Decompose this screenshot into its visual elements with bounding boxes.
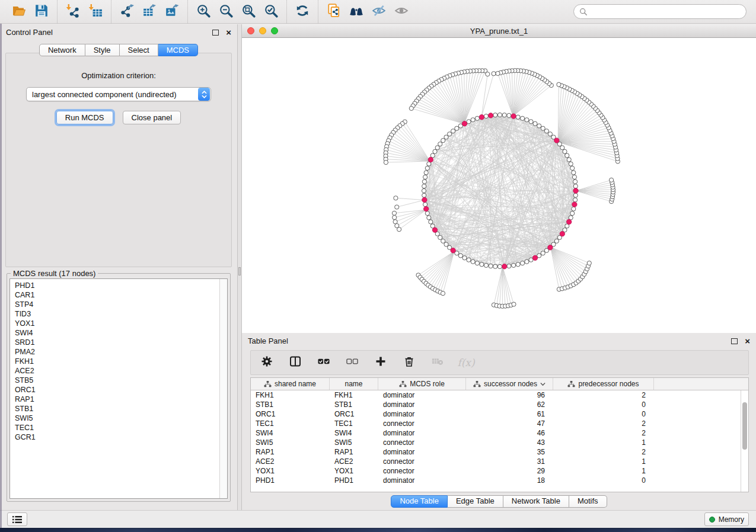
main-toolbar xyxy=(0,0,756,24)
cell-MCDS-role: connector xyxy=(378,457,466,466)
control-panel: Control Panel × NetworkStyleSelectMCDS O… xyxy=(0,24,237,510)
mcds-result-item[interactable]: RAP1 xyxy=(15,395,219,404)
network-view-canvas[interactable] xyxy=(242,38,756,333)
table-row[interactable]: SWI4SWI4dominator462 xyxy=(251,428,741,438)
network-window-titlebar[interactable]: YPA_prune.txt_1 xyxy=(242,24,756,38)
mcds-result-item[interactable]: YOX1 xyxy=(15,319,219,328)
column-header-predecessor-nodes[interactable]: predecessor nodes xyxy=(553,378,654,390)
hide-selected-button[interactable] xyxy=(368,2,390,21)
mcds-result-item[interactable]: SRD1 xyxy=(15,338,219,347)
cell-name: ACE2 xyxy=(330,457,378,466)
table-tab-network-table[interactable]: Network Table xyxy=(503,495,569,508)
mcds-result-item[interactable]: STP4 xyxy=(15,300,219,309)
cell-name: SWI5 xyxy=(330,438,378,447)
copy-share-button[interactable] xyxy=(323,2,345,21)
sort-descending-icon xyxy=(540,382,546,386)
deselect-all-button[interactable] xyxy=(346,356,359,369)
mcds-result-item[interactable]: SWI4 xyxy=(15,328,219,338)
table-tab-edge-table[interactable]: Edge Table xyxy=(448,495,503,508)
table-tab-node-table[interactable]: Node Table xyxy=(391,495,448,508)
mcds-result-item[interactable]: GCR1 xyxy=(15,432,219,442)
zoom-fit-button[interactable] xyxy=(237,2,260,21)
mcds-result-item[interactable]: STB1 xyxy=(15,404,219,414)
save-icon xyxy=(34,4,49,20)
cell-name: TEC1 xyxy=(330,419,378,428)
show-all-button[interactable] xyxy=(390,2,413,21)
column-header-shared-name[interactable]: shared name xyxy=(251,378,330,390)
close-panel-button[interactable]: Close panel xyxy=(123,111,181,124)
tab-style[interactable]: Style xyxy=(85,44,120,56)
column-header-name[interactable]: name xyxy=(330,378,378,390)
save-button[interactable] xyxy=(30,2,53,21)
table-row[interactable]: YOX1YOX1connector291 xyxy=(251,466,741,476)
window-left-edge xyxy=(0,24,2,528)
float-panel-icon[interactable] xyxy=(212,30,219,36)
mcds-result-group: MCDS result (17 nodes) PHD1CAR1STP4TID3Y… xyxy=(7,273,231,502)
table-row[interactable]: SWI5SWI5connector431 xyxy=(251,438,741,447)
gear-button[interactable] xyxy=(260,356,273,369)
mcds-result-item[interactable]: TID3 xyxy=(15,309,219,319)
search-box[interactable] xyxy=(573,4,747,19)
add-column-button[interactable] xyxy=(374,356,387,369)
table-row[interactable]: ACE2ACE2connector311 xyxy=(251,457,741,466)
import-network-button[interactable] xyxy=(62,2,84,21)
result-list-scrollbar[interactable] xyxy=(219,279,227,498)
run-mcds-button[interactable]: Run MCDS xyxy=(56,111,113,124)
mcds-result-item[interactable]: PHD1 xyxy=(15,281,219,290)
table-row[interactable]: PHD1PHD1dominator180 xyxy=(251,476,741,485)
mcds-result-item[interactable]: SWI5 xyxy=(15,414,219,423)
open-file-button[interactable] xyxy=(8,2,30,21)
search-input[interactable] xyxy=(591,7,741,16)
export-image-button[interactable] xyxy=(161,2,183,21)
column-header-successor-nodes[interactable]: successor nodes xyxy=(466,378,553,390)
zoom-out-button[interactable] xyxy=(215,2,237,21)
vertical-splitter[interactable] xyxy=(237,24,242,510)
mcds-tab-content: Optimization criterion: largest connecte… xyxy=(5,53,232,267)
cell-shared-name: ACE2 xyxy=(251,457,330,466)
table-row[interactable]: ORC1ORC1dominator610 xyxy=(251,409,741,419)
cell-predecessor-nodes: 1 xyxy=(553,457,654,466)
zoom-in-button[interactable] xyxy=(192,2,215,21)
control-panel-title: Control Panel xyxy=(6,28,53,37)
table-row[interactable]: TEC1TEC1connector472 xyxy=(251,419,741,428)
table-tab-motifs[interactable]: Motifs xyxy=(569,495,607,508)
delete-button[interactable] xyxy=(403,356,416,369)
cell-successor-nodes: 31 xyxy=(466,457,553,466)
zoom-selected-button[interactable] xyxy=(260,2,282,21)
mcds-result-item[interactable]: CAR1 xyxy=(15,290,219,300)
status-bar: Memory xyxy=(0,510,756,528)
close-table-panel-icon[interactable]: × xyxy=(745,336,750,345)
mcds-result-item[interactable]: STB5 xyxy=(15,376,219,385)
import-table-button[interactable] xyxy=(84,2,107,21)
mcds-result-item[interactable]: PMA2 xyxy=(15,347,219,357)
table-row[interactable]: STB1STB1dominator620 xyxy=(251,400,741,409)
mcds-result-item[interactable]: FKH1 xyxy=(15,357,219,366)
hide-selected-icon xyxy=(372,4,386,20)
optimization-criterion-select[interactable]: largest connected component (undirected) xyxy=(26,87,211,101)
table-row[interactable]: RAP1RAP1dominator352 xyxy=(251,447,741,457)
cell-shared-name: FKH1 xyxy=(251,391,330,399)
memory-button[interactable]: Memory xyxy=(704,512,749,526)
mcds-result-item[interactable]: ACE2 xyxy=(15,366,219,376)
binoculars-button[interactable] xyxy=(345,2,368,21)
select-all-button[interactable] xyxy=(317,356,330,369)
export-table-button[interactable] xyxy=(138,2,161,21)
export-network-button[interactable] xyxy=(116,2,138,21)
mcds-result-item[interactable]: TEC1 xyxy=(15,423,219,432)
tab-mcds[interactable]: MCDS xyxy=(158,44,198,56)
float-table-panel-icon[interactable] xyxy=(731,338,738,344)
cell-name: RAP1 xyxy=(330,448,378,456)
table-row[interactable]: FKH1FKH1dominator962 xyxy=(251,390,741,400)
mcds-result-item[interactable]: ORC1 xyxy=(15,385,219,395)
cell-name: YOX1 xyxy=(330,467,378,475)
close-panel-icon[interactable]: × xyxy=(226,28,231,37)
table-scrollbar[interactable] xyxy=(741,390,748,492)
split-columns-button[interactable] xyxy=(289,356,302,369)
refresh-button[interactable] xyxy=(291,2,314,21)
show-panels-button[interactable] xyxy=(7,512,27,526)
column-header-MCDS-role[interactable]: MCDS role xyxy=(378,378,466,390)
network-graph[interactable] xyxy=(242,38,756,333)
mcds-result-list[interactable]: PHD1CAR1STP4TID3YOX1SWI4SRD1PMA2FKH1ACE2… xyxy=(10,279,219,498)
tab-select[interactable]: Select xyxy=(120,44,158,56)
tab-network[interactable]: Network xyxy=(39,44,85,56)
